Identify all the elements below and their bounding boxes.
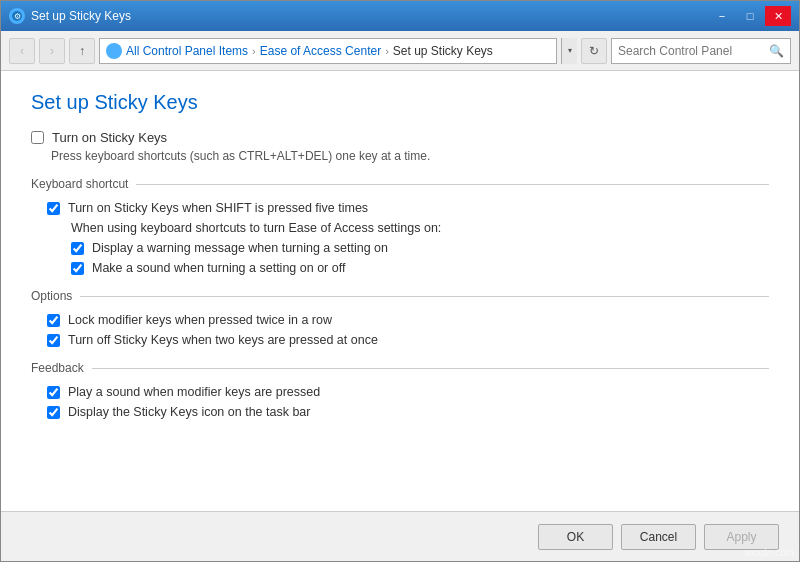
search-bar: 🔍 [611,38,791,64]
sep-2: › [385,45,389,57]
keyboard-shortcut-line [136,184,769,185]
keyboard-shortcut-group: Keyboard shortcut Turn on Sticky Keys wh… [31,177,769,275]
address-icon [106,43,122,59]
shift-five-times-checkbox[interactable] [47,202,60,215]
turn-off-two-keys-row: Turn off Sticky Keys when two keys are p… [47,333,769,347]
sep-1: › [252,45,256,57]
title-bar: ⚙ Set up Sticky Keys − □ ✕ [1,1,799,31]
lock-modifier-row: Lock modifier keys when pressed twice in… [47,313,769,327]
footer: OK Cancel Apply [1,511,799,561]
options-header: Options [31,289,769,303]
refresh-button[interactable]: ↻ [581,38,607,64]
forward-button[interactable]: › [39,38,65,64]
ok-button[interactable]: OK [538,524,613,550]
maximize-button[interactable]: □ [737,6,763,26]
play-sound-modifier-row: Play a sound when modifier keys are pres… [47,385,769,399]
sticky-keys-description: Press keyboard shortcuts (such as CTRL+A… [51,149,769,163]
cancel-button[interactable]: Cancel [621,524,696,550]
make-sound-checkbox[interactable] [71,262,84,275]
breadcrumb-ease-of-access[interactable]: Ease of Access Center [260,44,381,58]
lock-modifier-label: Lock modifier keys when pressed twice in… [68,313,332,327]
window-icon: ⚙ [9,8,25,24]
apply-button[interactable]: Apply [704,524,779,550]
feedback-label: Feedback [31,361,84,375]
search-icon-button[interactable]: 🔍 [768,41,784,61]
warning-message-label: Display a warning message when turning a… [92,241,388,255]
display-icon-taskbar-row: Display the Sticky Keys icon on the task… [47,405,769,419]
ease-of-access-sublabel: When using keyboard shortcuts to turn Ea… [71,221,769,235]
options-line [80,296,769,297]
warning-message-row: Display a warning message when turning a… [71,241,769,255]
breadcrumb-all-control-panel[interactable]: All Control Panel Items [126,44,248,58]
make-sound-row: Make a sound when turning a setting on o… [71,261,769,275]
display-icon-taskbar-label: Display the Sticky Keys icon on the task… [68,405,310,419]
play-sound-modifier-checkbox[interactable] [47,386,60,399]
lock-modifier-checkbox[interactable] [47,314,60,327]
feedback-header: Feedback [31,361,769,375]
make-sound-label: Make a sound when turning a setting on o… [92,261,345,275]
breadcrumb-current: Set up Sticky Keys [393,44,493,58]
options-group: Options Lock modifier keys when pressed … [31,289,769,347]
close-button[interactable]: ✕ [765,6,791,26]
address-bar: All Control Panel Items › Ease of Access… [99,38,557,64]
feedback-group: Feedback Play a sound when modifier keys… [31,361,769,419]
nav-bar: ‹ › ↑ All Control Panel Items › Ease of … [1,31,799,71]
shift-five-times-row: Turn on Sticky Keys when SHIFT is presse… [47,201,769,215]
turn-on-sticky-keys-label: Turn on Sticky Keys [52,130,167,145]
content-area: Set up Sticky Keys Turn on Sticky Keys P… [1,71,799,511]
feedback-line [92,368,769,369]
options-label: Options [31,289,72,303]
minimize-button[interactable]: − [709,6,735,26]
title-bar-left: ⚙ Set up Sticky Keys [9,8,131,24]
page-title: Set up Sticky Keys [31,91,769,114]
watermark: wsxdn.com [744,547,794,558]
warning-message-checkbox[interactable] [71,242,84,255]
back-button[interactable]: ‹ [9,38,35,64]
turn-off-two-keys-label: Turn off Sticky Keys when two keys are p… [68,333,378,347]
keyboard-shortcut-header: Keyboard shortcut [31,177,769,191]
turn-off-two-keys-checkbox[interactable] [47,334,60,347]
shift-five-times-label: Turn on Sticky Keys when SHIFT is presse… [68,201,368,215]
address-dropdown-button[interactable]: ▾ [561,38,577,64]
keyboard-shortcut-label: Keyboard shortcut [31,177,128,191]
main-checkbox-row: Turn on Sticky Keys [31,130,769,145]
window-title: Set up Sticky Keys [31,9,131,23]
display-icon-taskbar-checkbox[interactable] [47,406,60,419]
play-sound-modifier-label: Play a sound when modifier keys are pres… [68,385,320,399]
turn-on-sticky-keys-checkbox[interactable] [31,131,44,144]
main-window: ⚙ Set up Sticky Keys − □ ✕ ‹ › ↑ All Con… [0,0,800,562]
up-button[interactable]: ↑ [69,38,95,64]
svg-text:⚙: ⚙ [14,12,21,21]
title-bar-controls: − □ ✕ [709,6,791,26]
search-input[interactable] [618,44,768,58]
